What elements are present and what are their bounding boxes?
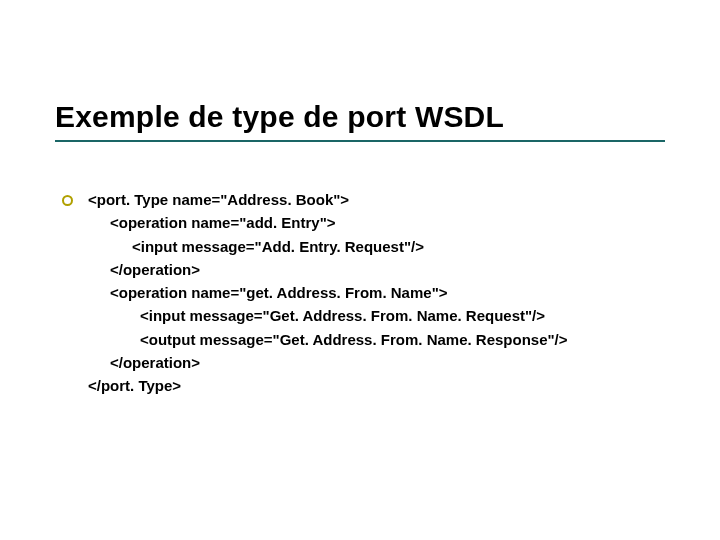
- slide-title: Exemple de type de port WSDL: [55, 100, 665, 134]
- code-line: <input message="Add. Entry. Request"/>: [88, 235, 660, 258]
- code-line: <operation name="get. Address. From. Nam…: [88, 281, 660, 304]
- code-line: </operation>: [88, 258, 660, 281]
- code-line: </port. Type>: [88, 374, 660, 397]
- code-line: </operation>: [88, 351, 660, 374]
- slide: Exemple de type de port WSDL <port. Type…: [0, 0, 720, 540]
- title-underline: [55, 140, 665, 142]
- bullet-icon: [62, 195, 73, 206]
- code-line: <port. Type name="Address. Book">: [88, 188, 660, 211]
- code-block: <port. Type name="Address. Book"> <opera…: [88, 188, 660, 397]
- code-line: <operation name="add. Entry">: [88, 211, 660, 234]
- code-line: <input message="Get. Address. From. Name…: [88, 304, 660, 327]
- title-region: Exemple de type de port WSDL: [55, 100, 665, 142]
- code-line: <output message="Get. Address. From. Nam…: [88, 328, 660, 351]
